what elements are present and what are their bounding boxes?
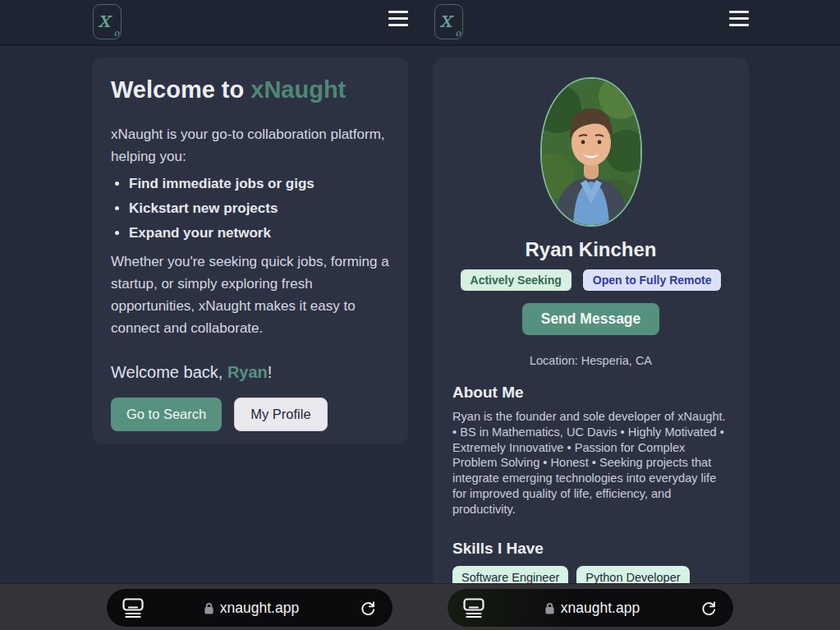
location-text: Location: Hesperia, CA — [452, 354, 729, 367]
description-text: Whether you're seeking quick jobs, formi… — [111, 251, 389, 339]
menu-bar — [729, 17, 749, 20]
menu-icon[interactable] — [729, 11, 749, 26]
menu-bar — [388, 24, 408, 26]
send-message-button[interactable]: Send Message — [522, 303, 660, 335]
logo-x-glyph: x — [439, 7, 452, 32]
avatar — [540, 77, 642, 227]
feature-item: Kickstart new projects — [129, 199, 389, 218]
title-brand: xNaught — [250, 76, 346, 103]
url-text: xnaught.app — [561, 600, 640, 617]
status-badges: Actively Seeking Open to Fully Remote — [452, 269, 729, 291]
menu-icon[interactable] — [388, 11, 408, 26]
welcome-card: Welcome to xNaught xNaught is your go-to… — [92, 57, 408, 444]
url-text: xnaught.app — [220, 600, 299, 617]
reload-icon[interactable] — [700, 599, 718, 617]
tabs-icon[interactable] — [463, 598, 484, 618]
lock-icon — [544, 601, 555, 615]
logo-x-glyph: x — [98, 7, 110, 32]
go-to-search-button[interactable]: Go to Search — [111, 398, 222, 431]
logo-naught-subscript: o — [455, 28, 461, 39]
greeting-prefix: Welcome back, — [111, 363, 227, 381]
profile-card: Ryan Kinchen Actively Seeking Open to Fu… — [433, 57, 749, 630]
greeting-suffix: ! — [268, 363, 273, 381]
avatar-illustration — [542, 79, 640, 225]
menu-bar — [729, 24, 749, 26]
tabs-icon[interactable] — [122, 598, 144, 618]
skills-heading: Skills I Have — [452, 540, 729, 558]
app-logo[interactable]: x o — [434, 4, 463, 39]
profile-name: Ryan Kinchen — [452, 238, 729, 261]
greeting-username[interactable]: Ryan — [227, 363, 268, 381]
greeting: Welcome back, Ryan! — [111, 363, 389, 382]
reload-icon[interactable] — [359, 599, 377, 617]
feature-item: Find immediate jobs or gigs — [129, 174, 389, 193]
status-badge-open-remote: Open to Fully Remote — [583, 269, 722, 291]
logo-naught-subscript: o — [113, 28, 119, 39]
address-bar[interactable]: xnaught.app — [448, 589, 733, 627]
feature-item: Expand your network — [129, 223, 389, 242]
status-badge-actively-seeking: Actively Seeking — [461, 269, 571, 291]
app-logo[interactable]: x o — [93, 4, 122, 39]
menu-bar — [388, 11, 408, 13]
menu-bar — [729, 11, 749, 13]
app-header: x o x o — [0, 0, 840, 46]
screenshot-pair: x o x o Welcome to xNaught xNaught is yo… — [0, 0, 840, 630]
lock-icon — [204, 601, 214, 615]
action-buttons: Go to Search My Profile — [111, 398, 389, 431]
menu-bar — [388, 17, 408, 20]
url-display[interactable]: xnaught.app — [544, 600, 640, 617]
about-me-heading: About Me — [452, 384, 729, 402]
address-bar[interactable]: xnaught.app — [107, 589, 392, 627]
browser-toolbar: xnaught.app xnaught.app — [0, 583, 840, 630]
page-title: Welcome to xNaught — [111, 76, 389, 103]
my-profile-button[interactable]: My Profile — [234, 398, 327, 431]
title-prefix: Welcome to — [111, 76, 250, 103]
intro-text: xNaught is your go-to collaboration plat… — [111, 123, 389, 168]
url-display[interactable]: xnaught.app — [204, 600, 299, 617]
feature-list: Find immediate jobs or gigs Kickstart ne… — [111, 174, 389, 242]
about-me-text: Ryan is the founder and sole developer o… — [452, 409, 729, 517]
